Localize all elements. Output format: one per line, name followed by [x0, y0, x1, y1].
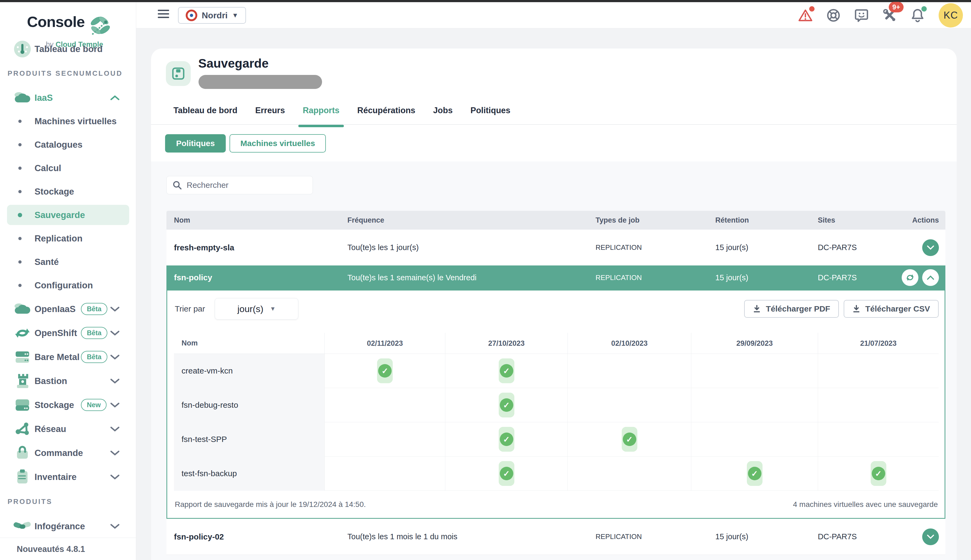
backup-check-badge: ✓ — [871, 461, 886, 486]
sidebar-item-label: Commande — [35, 448, 83, 458]
sidebar-item-stockage-iaas[interactable]: Stockage — [0, 180, 136, 203]
sidebar-item-openiaas[interactable]: OpenIaaS Bêta — [0, 297, 136, 321]
bullet-icon — [18, 190, 22, 193]
caret-down-icon: ▼ — [232, 12, 239, 19]
caret-down-icon: ▼ — [270, 305, 276, 312]
report-col-date-1: 02/11/2023 — [324, 333, 445, 354]
tower-icon — [13, 372, 32, 390]
handshake-icon — [13, 518, 32, 535]
page-title: Sauvegarde — [198, 56, 269, 71]
sidebar-item-configuration[interactable]: Configuration — [0, 273, 136, 297]
sidebar-item-bastion[interactable]: Bastion — [0, 369, 136, 393]
support-button[interactable] — [826, 8, 841, 22]
report-type-toggle: Politiques Machines virtuelles — [165, 134, 326, 153]
new-badge: New — [81, 399, 107, 411]
sidebar-item-label: Configuration — [35, 280, 93, 290]
bullet-icon — [18, 120, 22, 123]
jobs-button[interactable]: 9+ — [882, 8, 897, 22]
browser-top-strip — [0, 0, 971, 2]
sidebar-item-machines-virtuelles[interactable]: Machines virtuelles — [0, 109, 136, 133]
feedback-button[interactable] — [854, 8, 869, 22]
sidebar-item-label: Replication — [35, 233, 82, 243]
report-col-date-2: 27/10/2023 — [445, 333, 568, 354]
sidebar-item-catalogues[interactable]: Catalogues — [0, 133, 136, 156]
download-pdf-button[interactable]: Télécharger PDF — [744, 300, 839, 318]
alerts-button[interactable] — [798, 8, 812, 22]
politiques-toggle-button[interactable]: Politiques — [165, 134, 226, 153]
col-header-types-de-job: Types de job — [588, 216, 708, 225]
bag-icon — [13, 444, 32, 462]
expand-row-button[interactable] — [922, 239, 939, 256]
sort-unit-select[interactable]: jour(s) ▼ — [215, 298, 298, 320]
tab-tableau-de-bord[interactable]: Tableau de bord — [174, 106, 237, 123]
sidebar-section-secnumcloud: PRODUITS SECNUMCLOUD — [0, 61, 136, 86]
beta-badge: Bêta — [81, 303, 107, 315]
avatar[interactable]: KC — [939, 3, 963, 27]
main-content: Sauvegarde Tableau de bord Erreurs Rappo… — [136, 28, 971, 560]
report-grid-header: Nom 02/11/2023 27/10/2023 02/10/2023 29/… — [174, 333, 939, 354]
sidebar-item-sante[interactable]: Santé — [0, 250, 136, 273]
search-icon — [173, 180, 182, 190]
expand-row-button[interactable] — [922, 528, 939, 545]
policy-row-fsn-policy-selected[interactable]: fsn-policy Tou(te)s les 1 semaine(s) le … — [166, 265, 945, 290]
search-box[interactable] — [166, 176, 313, 194]
sidebar-item-calcul[interactable]: Calcul — [0, 156, 136, 180]
sidebar-item-commande[interactable]: Commande — [0, 441, 136, 465]
sidebar-item-stockage[interactable]: Stockage New — [0, 393, 136, 417]
chevron-up-icon — [927, 275, 934, 280]
tabs-divider — [151, 124, 957, 125]
chevron-up-icon — [110, 95, 119, 100]
policy-row-fresh-empty-sla[interactable]: fresh-empty-sla Tou(te)s les 1 jour(s) R… — [166, 230, 945, 265]
sidebar-item-iaas[interactable]: IaaS — [0, 86, 136, 109]
app-root: Console by Cloud Temple — [0, 0, 971, 560]
policy-row-fsn-policy-02[interactable]: fsn-policy-02 Tou(te)s les 1 mois le 1 d… — [166, 519, 945, 555]
release-notes-link[interactable]: Nouveautés 4.8.1 — [17, 544, 85, 554]
tab-erreurs[interactable]: Erreurs — [255, 106, 285, 123]
chevron-down-icon — [110, 450, 119, 456]
sidebar-item-label: Infogérance — [35, 521, 85, 532]
col-header-sites: Sites — [810, 216, 885, 225]
backup-check-badge: ✓ — [377, 358, 393, 383]
notifications-button[interactable] — [911, 8, 924, 22]
machines-virtuelles-toggle-button[interactable]: Machines virtuelles — [229, 134, 326, 153]
chevron-down-icon — [110, 474, 119, 480]
chevron-down-icon — [110, 354, 119, 360]
search-input[interactable] — [187, 180, 300, 190]
sync-icon — [13, 325, 32, 342]
tab-recuperations[interactable]: Récupérations — [358, 106, 415, 123]
sidebar-item-sauvegarde-active[interactable]: Sauvegarde — [0, 203, 136, 227]
sidebar-item-label: OpenShift — [35, 328, 77, 338]
backup-check-badge: ✓ — [747, 461, 762, 486]
sidebar-item-reseau[interactable]: Réseau — [0, 417, 136, 441]
report-row-fsn-debug-resto: fsn-debug-resto ✓ ✓ ✓ ✓ ✓ — [174, 388, 939, 422]
tab-politiques[interactable]: Politiques — [470, 106, 510, 123]
sidebar-item-bare-metal[interactable]: Bare Metal Bêta — [0, 345, 136, 369]
refresh-icon — [906, 273, 914, 282]
sidebar-item-label: Stockage — [35, 400, 74, 410]
tenant-selector[interactable]: Nordri ▼ — [178, 7, 246, 24]
sidebar-item-label: Réseau — [35, 424, 66, 434]
refresh-report-button[interactable] — [902, 269, 918, 286]
report-col-date-5: 21/07/2023 — [818, 333, 939, 354]
table-section: Nom Fréquence Types de job Rétention Sit… — [151, 162, 957, 560]
sidebar-item-infogerance[interactable]: Infogérance — [0, 514, 136, 538]
storage-icon — [13, 397, 32, 414]
download-csv-button[interactable]: Télécharger CSV — [844, 300, 939, 318]
collapse-row-button[interactable] — [922, 269, 939, 286]
sidebar-item-tableau-de-bord[interactable]: Tableau de bord — [0, 37, 136, 61]
jobs-count-badge: 9+ — [889, 2, 904, 12]
col-header-retention: Rétention — [708, 216, 810, 225]
check-icon: ✓ — [872, 467, 885, 480]
chat-smiley-icon — [854, 8, 869, 22]
chevron-down-icon — [927, 534, 934, 539]
sidebar-item-inventaire[interactable]: Inventaire — [0, 465, 136, 489]
sidebar-item-openshift[interactable]: OpenShift Bêta — [0, 321, 136, 345]
sidebar-item-replication[interactable]: Replication — [0, 227, 136, 250]
check-icon: ✓ — [748, 467, 761, 480]
tab-rapports[interactable]: Rapports — [302, 106, 339, 123]
hamburger-menu-icon[interactable] — [158, 10, 169, 20]
page-card: Sauvegarde Tableau de bord Erreurs Rappo… — [151, 48, 957, 560]
tab-jobs[interactable]: Jobs — [433, 106, 453, 123]
check-icon: ✓ — [500, 398, 513, 412]
policy-row-fsn-policy-02-wrap: fsn-policy-02 Tou(te)s les 1 mois le 1 d… — [166, 519, 945, 555]
